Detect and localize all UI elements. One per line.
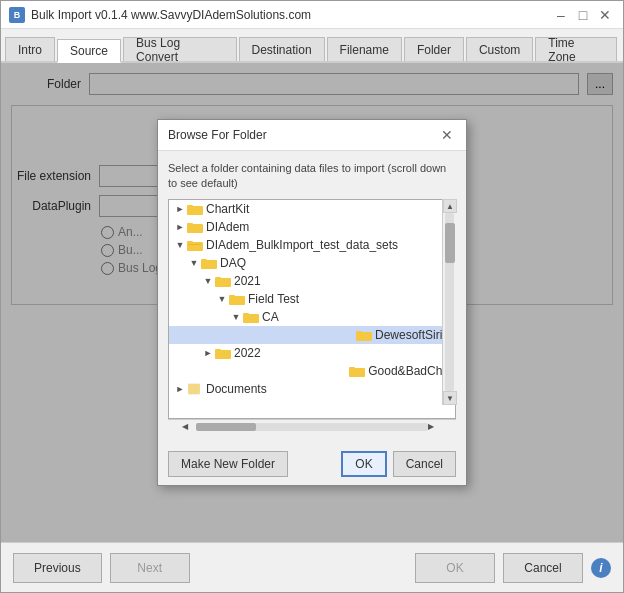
tree-label-documents: Documents	[206, 382, 267, 396]
horizontal-scrollbar[interactable]: ◀ ▶	[168, 419, 456, 433]
svg-rect-0	[187, 206, 203, 215]
svg-rect-18	[215, 349, 221, 351]
scroll-thumb-v[interactable]	[445, 223, 455, 263]
folder-icon-documents	[187, 383, 203, 395]
svg-rect-20	[349, 367, 355, 369]
folder-icon-diadem	[187, 221, 203, 233]
tree-item-2022[interactable]: ► 2022	[169, 344, 455, 362]
tree-item-goodbadchns[interactable]: ► Good&BadChns	[169, 362, 455, 380]
tree-item-documents[interactable]: ► Documents	[169, 380, 455, 398]
tree-item-ca[interactable]: ▼ CA	[169, 308, 455, 326]
title-bar: B Bulk Import v0.1.4 www.SavvyDIAdemSolu…	[1, 1, 623, 29]
svg-rect-19	[349, 368, 365, 377]
modal-title-bar: Browse For Folder ✕	[158, 120, 466, 151]
folder-icon-fieldtest	[229, 293, 245, 305]
svg-rect-23	[188, 384, 200, 394]
main-content: Folder ... File extension DataPlugin An.…	[1, 63, 623, 542]
scroll-right-arrow[interactable]: ▶	[428, 422, 442, 431]
cancel-button[interactable]: Cancel	[503, 553, 583, 583]
folder-icon-dewesoftsirius	[356, 329, 372, 341]
modal-overlay: Browse For Folder ✕ Select a folder cont…	[1, 63, 623, 542]
svg-rect-17	[215, 350, 231, 359]
scroll-track-h	[196, 423, 428, 431]
svg-rect-7	[201, 260, 217, 269]
tree-item-dewesoftsirius[interactable]: ► DewesoftSirius	[169, 326, 455, 344]
tree-label-chartkit: ChartKit	[206, 202, 249, 216]
tree-item-fieldtest[interactable]: ▼ Field Test	[169, 290, 455, 308]
modal-ok-button[interactable]: OK	[341, 451, 386, 477]
tree-label-diadem: DIAdem	[206, 220, 249, 234]
modal-title: Browse For Folder	[168, 128, 267, 142]
svg-rect-9	[215, 278, 231, 287]
close-button[interactable]: ✕	[595, 5, 615, 25]
svg-rect-13	[243, 314, 259, 323]
modal-description: Select a folder containing data files to…	[168, 161, 456, 192]
expand-arrow-daq[interactable]: ▼	[187, 256, 201, 270]
title-controls: – □ ✕	[551, 5, 615, 25]
tab-bus-log-convert[interactable]: Bus Log Convert	[123, 37, 236, 61]
svg-rect-8	[201, 259, 207, 261]
scroll-up-arrow[interactable]: ▲	[443, 199, 457, 213]
tree-label-bulkimport: DIAdem_BulkImport_test_data_sets	[206, 238, 398, 252]
info-button[interactable]: i	[591, 558, 611, 578]
vertical-scrollbar[interactable]: ▲ ▼	[442, 199, 456, 405]
folder-tree[interactable]: ► ChartKit ►	[168, 199, 456, 419]
expand-arrow-chartkit[interactable]: ►	[173, 202, 187, 216]
tab-custom[interactable]: Custom	[466, 37, 533, 61]
tree-label-ca: CA	[262, 310, 279, 324]
modal-ok-cancel: OK Cancel	[341, 451, 456, 477]
expand-arrow-diadem[interactable]: ►	[173, 220, 187, 234]
tree-item-bulkimport[interactable]: ▼ DIAdem_BulkImport_test_data_sets	[169, 236, 455, 254]
folder-icon-daq	[201, 257, 217, 269]
title-bar-left: B Bulk Import v0.1.4 www.SavvyDIAdemSolu…	[9, 7, 311, 23]
svg-rect-16	[356, 331, 362, 333]
make-new-folder-button[interactable]: Make New Folder	[168, 451, 288, 477]
next-button[interactable]: Next	[110, 553, 190, 583]
main-window: B Bulk Import v0.1.4 www.SavvyDIAdemSolu…	[0, 0, 624, 593]
maximize-button[interactable]: □	[573, 5, 593, 25]
scroll-thumb-h[interactable]	[196, 423, 256, 431]
tree-wrapper: ► ChartKit ►	[168, 199, 456, 419]
scroll-track-v	[445, 213, 454, 391]
svg-rect-4	[187, 242, 203, 251]
svg-rect-11	[229, 296, 245, 305]
folder-icon-ca	[243, 311, 259, 323]
tree-content: ► ChartKit ►	[169, 200, 455, 398]
tab-folder[interactable]: Folder	[404, 37, 464, 61]
tab-bar: Intro Source Bus Log Convert Destination…	[1, 29, 623, 63]
tree-label-fieldtest: Field Test	[248, 292, 299, 306]
svg-rect-15	[356, 332, 372, 341]
scroll-down-arrow[interactable]: ▼	[443, 391, 457, 405]
svg-rect-1	[187, 205, 193, 207]
modal-close-button[interactable]: ✕	[438, 126, 456, 144]
folder-icon-goodbadchns	[349, 365, 365, 377]
expand-arrow-ca[interactable]: ▼	[229, 310, 243, 324]
expand-arrow-2022[interactable]: ►	[201, 346, 215, 360]
tree-item-diadem[interactable]: ► DIAdem	[169, 218, 455, 236]
expand-arrow-fieldtest[interactable]: ▼	[215, 292, 229, 306]
tab-destination[interactable]: Destination	[239, 37, 325, 61]
expand-arrow-documents[interactable]: ►	[173, 382, 187, 396]
scroll-left-arrow[interactable]: ◀	[182, 422, 196, 431]
minimize-button[interactable]: –	[551, 5, 571, 25]
expand-arrow-2021[interactable]: ▼	[201, 274, 215, 288]
tree-label-2021: 2021	[234, 274, 261, 288]
tab-time-zone[interactable]: Time Zone	[535, 37, 617, 61]
bottom-bar: Previous Next OK Cancel i	[1, 542, 623, 592]
expand-arrow-bulkimport[interactable]: ▼	[173, 238, 187, 252]
svg-rect-6	[189, 244, 201, 245]
modal-cancel-button[interactable]: Cancel	[393, 451, 456, 477]
previous-button[interactable]: Previous	[13, 553, 102, 583]
ok-button[interactable]: OK	[415, 553, 495, 583]
tab-filename[interactable]: Filename	[327, 37, 402, 61]
modal-body: Select a folder containing data files to…	[158, 151, 466, 444]
folder-icon-2022	[215, 347, 231, 359]
tree-item-daq[interactable]: ▼ DAQ	[169, 254, 455, 272]
tree-item-2021[interactable]: ▼ 2021	[169, 272, 455, 290]
tab-source[interactable]: Source	[57, 39, 121, 63]
tree-item-chartkit[interactable]: ► ChartKit	[169, 200, 455, 218]
svg-rect-3	[187, 223, 193, 225]
svg-rect-12	[229, 295, 235, 297]
tree-label-2022: 2022	[234, 346, 261, 360]
tab-intro[interactable]: Intro	[5, 37, 55, 61]
